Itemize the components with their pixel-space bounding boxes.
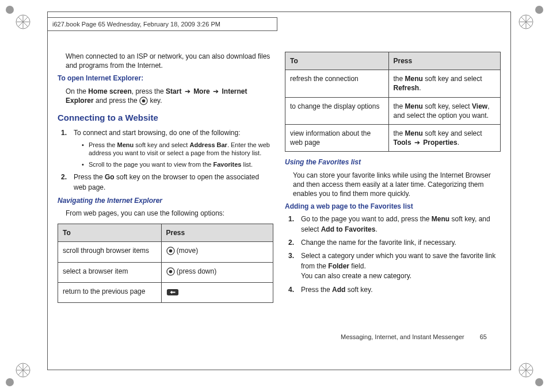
opt-th-press: Press — [388, 52, 500, 70]
opt-th-to: To — [285, 52, 389, 70]
heading-navigating: Navigating the Internet Explorer — [58, 196, 273, 205]
table-row: refresh the connection the Menu soft key… — [285, 70, 501, 97]
fav-step-1: 1. Go to the page you want to add, press… — [301, 214, 501, 235]
connect-steps: 1. To connect and start browsing, do one… — [58, 128, 273, 193]
svg-point-23 — [169, 249, 172, 253]
step-1: 1. To connect and start browsing, do one… — [74, 128, 273, 169]
table-row: to change the display options the Menu s… — [285, 97, 501, 124]
table-row: view information about the web page the … — [285, 124, 501, 151]
fav-step-4: 4. Press the Add soft key. — [301, 285, 501, 295]
favorites-body: You can store your favorite links while … — [285, 171, 501, 199]
nav-th-press: Press — [161, 224, 273, 242]
nav-body: From web pages, you can use the followin… — [58, 209, 273, 218]
step-2: 2. Press the Go soft key on the browser … — [74, 172, 273, 193]
left-column: When connected to an ISP or network, you… — [58, 52, 273, 356]
step-1a: Press the Menu soft key and select Addre… — [82, 141, 273, 158]
svg-point-21 — [142, 99, 146, 102]
footer-section: Messaging, Internet, and Instant Messeng… — [341, 333, 464, 340]
bolt-tl — [6, 6, 14, 14]
corner-deco-tl — [15, 14, 31, 30]
ok-key-icon — [139, 97, 148, 107]
table-row: select a browser item (press down) — [58, 262, 273, 282]
heading-favorites: Using the Favorites list — [285, 157, 501, 167]
intro-text: When connected to an ISP or network, you… — [58, 52, 273, 70]
nav-table: To Press scroll through browser items (m… — [58, 224, 273, 303]
dpad-icon — [166, 247, 175, 258]
corner-deco-br — [518, 362, 534, 378]
running-header-text: i627.book Page 65 Wednesday, February 18… — [52, 21, 220, 28]
running-header: i627.book Page 65 Wednesday, February 18… — [47, 17, 277, 31]
options-table: To Press refresh the connection the Menu… — [285, 52, 501, 152]
table-row: scroll through browser items (move) — [58, 242, 273, 262]
right-column: To Press refresh the connection the Menu… — [285, 52, 501, 356]
corner-deco-tr — [518, 14, 534, 30]
heading-connecting: Connecting to a Website — [58, 112, 273, 124]
nav-th-to: To — [58, 224, 162, 242]
add-fav-steps: 1. Go to the page you want to add, press… — [285, 214, 501, 295]
footer-page-number: 65 — [480, 333, 487, 340]
heading-open-ie: To open Internet Explorer: — [58, 74, 273, 83]
corner-deco-bl — [15, 362, 31, 378]
open-ie-instruction: On the Home screen, press the Start ➔ Mo… — [58, 87, 273, 107]
svg-point-25 — [169, 270, 172, 273]
fav-step-2: 2. Change the name for the favorite link… — [301, 238, 501, 248]
back-key-icon — [166, 289, 179, 298]
bolt-br — [535, 378, 543, 386]
table-row: return to the previous page — [58, 282, 273, 302]
page-content: When connected to an ISP or network, you… — [58, 52, 501, 356]
page-footer: Messaging, Internet, and Instant Messeng… — [341, 333, 487, 340]
bolt-tr — [535, 6, 543, 14]
fav-step-3: 3. Select a category under which you wan… — [301, 251, 501, 281]
ok-key-icon — [166, 267, 175, 278]
heading-add-fav: Adding a web page to the Favorites list — [285, 202, 501, 211]
step-1b: Scroll to the page you want to view from… — [82, 160, 273, 169]
bolt-bl — [6, 378, 14, 386]
